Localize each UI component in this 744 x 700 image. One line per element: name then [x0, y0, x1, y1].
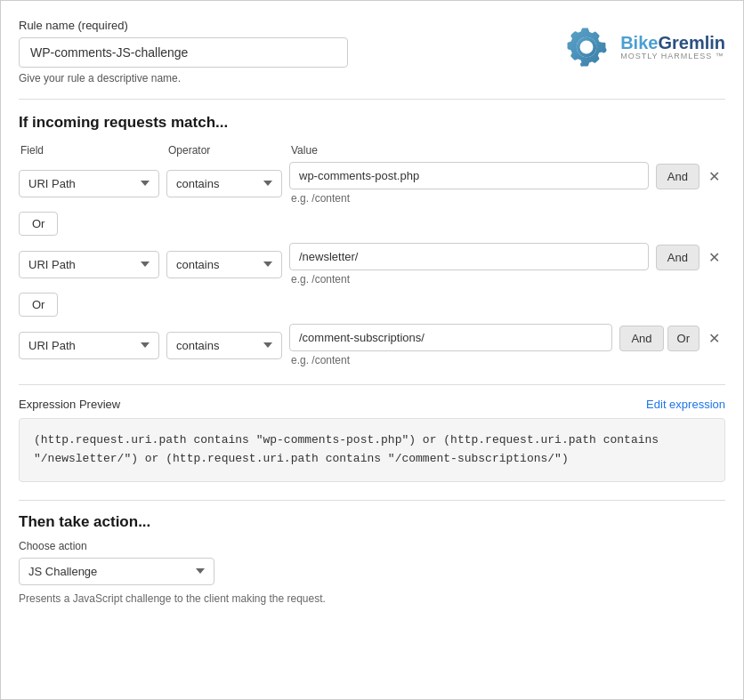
value-input-2[interactable]: [289, 243, 649, 270]
row-inputs: URI Path contains e.g. /content: [19, 162, 649, 205]
field-select-2[interactable]: URI Path: [19, 251, 159, 278]
table-row: URI Path contains e.g. /content And ✕: [19, 162, 725, 205]
logo-text: BikeGremlin MOSTLY HARMLESS ™: [620, 33, 725, 61]
and-button-3[interactable]: And: [619, 326, 663, 351]
or-block-2: Or: [19, 293, 725, 317]
incoming-section: If incoming requests match... Field Oper…: [19, 114, 725, 366]
expression-box: (http.request.uri.path contains "wp-comm…: [19, 418, 725, 482]
action-title: Then take action...: [19, 513, 725, 531]
rule-name-input[interactable]: [19, 37, 348, 68]
field-select-1[interactable]: URI Path: [19, 170, 159, 197]
table-row: URI Path contains e.g. /content And Or ✕: [19, 324, 725, 366]
logo-brand-part2: Gremlin: [658, 33, 725, 52]
column-headers: Field Operator Value: [19, 144, 725, 157]
close-button-1[interactable]: ✕: [703, 166, 725, 188]
row-actions-1: And ✕: [656, 162, 725, 189]
close-button-3[interactable]: ✕: [703, 328, 725, 350]
operator-select-1[interactable]: contains: [166, 170, 282, 197]
value-col-3: e.g. /content: [289, 324, 612, 366]
logo-container: BikeGremlin MOSTLY HARMLESS ™: [562, 22, 725, 72]
logo-tagline: MOSTLY HARMLESS ™: [620, 52, 725, 61]
page-container: Rule name (required) Give your rule a de…: [0, 0, 744, 700]
gear-icon: [562, 22, 611, 72]
rule-name-hint: Give your rule a descriptive name.: [19, 72, 562, 84]
close-button-2[interactable]: ✕: [703, 247, 725, 269]
or-button-2[interactable]: Or: [19, 293, 58, 317]
value-col-1: e.g. /content: [289, 162, 649, 205]
expression-header: Expression Preview Edit expression: [19, 398, 725, 411]
row-actions-3: And Or ✕: [619, 324, 725, 351]
expression-section: Expression Preview Edit expression (http…: [19, 384, 725, 482]
rule-name-label: Rule name (required): [19, 19, 562, 32]
col-header-operator: Operator: [168, 144, 284, 157]
header-divider: [19, 99, 725, 100]
logo-brand: BikeGremlin: [620, 33, 725, 52]
operator-select-2[interactable]: contains: [166, 251, 282, 278]
field-select-3[interactable]: URI Path: [19, 332, 159, 359]
value-input-3[interactable]: [289, 324, 612, 351]
value-col-2: e.g. /content: [289, 243, 649, 286]
header: Rule name (required) Give your rule a de…: [19, 19, 725, 84]
row-actions-2: And ✕: [656, 243, 725, 270]
action-select[interactable]: JS Challenge Block Allow Managed Challen…: [19, 558, 214, 585]
or-inline-button-3[interactable]: Or: [667, 326, 700, 351]
action-section: Then take action... Choose action JS Cha…: [19, 500, 725, 605]
or-button-1[interactable]: Or: [19, 212, 58, 236]
incoming-title: If incoming requests match...: [19, 114, 725, 132]
operator-select-3[interactable]: contains: [166, 332, 282, 359]
col-header-value: Value: [291, 144, 725, 157]
value-input-1[interactable]: [289, 162, 649, 189]
logo-brand-part1: Bike: [620, 33, 658, 52]
action-choose-label: Choose action: [19, 540, 725, 552]
value-hint-3: e.g. /content: [291, 354, 612, 366]
and-button-1[interactable]: And: [656, 164, 700, 189]
row-inputs-3: URI Path contains e.g. /content: [19, 324, 612, 366]
expression-label: Expression Preview: [19, 398, 120, 411]
table-row: URI Path contains e.g. /content And ✕: [19, 243, 725, 286]
row-inputs-2: URI Path contains e.g. /content: [19, 243, 649, 286]
edit-expression-link[interactable]: Edit expression: [646, 398, 725, 411]
action-hint: Presents a JavaScript challenge to the c…: [19, 592, 725, 605]
header-left: Rule name (required) Give your rule a de…: [19, 19, 562, 84]
value-hint-1: e.g. /content: [291, 192, 649, 205]
or-block-1: Or: [19, 212, 725, 236]
col-header-field: Field: [20, 144, 161, 157]
value-hint-2: e.g. /content: [291, 273, 649, 286]
and-button-2[interactable]: And: [656, 245, 700, 270]
